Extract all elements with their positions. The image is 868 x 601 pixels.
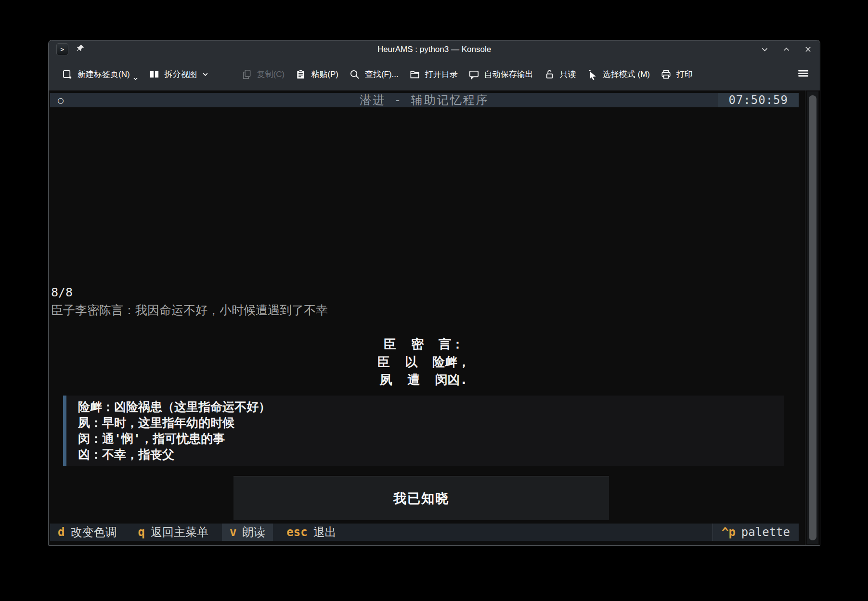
split-view-icon — [149, 69, 160, 80]
scrollbar-track[interactable] — [807, 91, 818, 544]
footer-binding-exit[interactable]: esc 退出 — [279, 524, 344, 541]
hamburger-menu-button[interactable] — [794, 63, 812, 86]
toolbar: 新建标签页(N) 拆分视图 — [49, 58, 820, 90]
titlebar: > HeurAMS : python3 — Konsole — [49, 40, 820, 58]
poem-line: 夙 遭 闵凶. — [49, 371, 799, 389]
auto-save-icon — [468, 69, 479, 80]
binding-key: q — [138, 525, 144, 539]
binding-label: 改变色调 — [70, 524, 117, 540]
annotation-line: 凶：不幸，指丧父 — [78, 447, 784, 462]
footer-binding-change-theme[interactable]: d 改变色调 — [50, 524, 124, 541]
open-directory-button[interactable]: 打开目录 — [404, 64, 463, 84]
acknowledge-button[interactable]: 我已知晓 — [233, 476, 609, 520]
tui-title: 潜进 - 辅助记忆程序 — [50, 92, 799, 108]
footer-binding-palette[interactable]: ^p palette — [713, 524, 799, 541]
scrollbar-thumb[interactable] — [809, 95, 816, 540]
footer-spacer — [350, 524, 713, 541]
new-tab-icon — [62, 69, 73, 80]
window-title: HeurAMS : python3 — Konsole — [49, 45, 820, 54]
tui-clock: 07:50:59 — [718, 93, 799, 107]
auto-save-output-label: 自动保存输出 — [484, 69, 533, 80]
paste-button[interactable]: 粘贴(P) — [290, 64, 344, 84]
footer-binding-read-aloud[interactable]: v 朗读 — [222, 524, 273, 541]
split-view-button[interactable]: 拆分视图 — [143, 64, 214, 84]
binding-label: palette — [741, 525, 790, 539]
card-progress: 8/8 — [51, 283, 328, 301]
hamburger-menu-icon — [797, 67, 809, 81]
find-button[interactable]: 查找(F)... — [344, 64, 404, 84]
annotation-line: 闵：通'悯'，指可忧患的事 — [78, 431, 784, 447]
print-label: 打印 — [676, 69, 693, 80]
printer-icon — [661, 69, 672, 80]
new-tab-label: 新建标签页(N) — [78, 69, 130, 80]
open-directory-label: 打开目录 — [425, 69, 458, 80]
poem-line: 臣 密 言： — [49, 335, 799, 353]
select-mode-button[interactable]: 选择模式 (M) — [582, 64, 655, 84]
paste-label: 粘贴(P) — [311, 69, 338, 80]
binding-label: 退出 — [313, 524, 337, 540]
card-progress-block: 8/8 臣子李密陈言：我因命运不好，小时候遭遇到了不幸 — [51, 283, 328, 319]
binding-label: 返回主菜单 — [151, 524, 208, 540]
annotation-panel: 险衅：凶险祸患（这里指命运不好） 夙：早时，这里指年幼的时候 闵：通'悯'，指可… — [63, 396, 784, 466]
close-button[interactable] — [804, 45, 812, 53]
terminal-view[interactable]: ○ 潜进 - 辅助记忆程序 07:50:59 8/8 臣子李密陈言：我因命运不好… — [49, 90, 820, 545]
footer-binding-main-menu[interactable]: q 返回主菜单 — [130, 524, 216, 541]
binding-key: d — [58, 525, 65, 539]
binding-key: v — [230, 525, 236, 539]
search-icon — [349, 69, 360, 80]
minimize-button[interactable] — [761, 45, 769, 53]
poem-line: 臣 以 险衅， — [49, 353, 799, 371]
select-mode-label: 选择模式 (M) — [603, 69, 650, 80]
print-button[interactable]: 打印 — [655, 64, 698, 84]
read-only-label: 只读 — [560, 69, 576, 80]
konsole-window: > HeurAMS : python3 — Konsole — [48, 40, 820, 546]
annotation-line: 险衅：凶险祸患（这里指命运不好） — [78, 399, 784, 415]
split-view-label: 拆分视图 — [165, 69, 197, 80]
copy-icon — [241, 69, 252, 80]
scrollbar-divider — [805, 90, 805, 545]
tui-footer: d 改变色调 q 返回主菜单 v 朗读 esc 退出 ^p palette — [50, 524, 799, 541]
copy-button[interactable]: 复制(C) — [236, 64, 290, 84]
maximize-button[interactable] — [782, 45, 790, 53]
chevron-down-icon — [133, 76, 138, 81]
annotation-line: 夙：早时，这里指年幼的时候 — [78, 415, 784, 431]
paste-icon — [295, 69, 306, 80]
chevron-down-icon — [202, 71, 208, 77]
lock-open-icon — [544, 69, 555, 80]
binding-key: ^p — [722, 525, 736, 539]
card-translation: 臣子李密陈言：我因命运不好，小时候遭遇到了不幸 — [51, 301, 328, 319]
pin-icon[interactable] — [76, 44, 85, 55]
select-mode-icon — [587, 69, 598, 80]
poem-block: 臣 密 言： 臣 以 险衅， 夙 遭 闵凶. — [49, 335, 799, 389]
binding-key: esc — [286, 525, 307, 539]
auto-save-output-button[interactable]: 自动保存输出 — [463, 64, 539, 84]
konsole-app-icon[interactable]: > — [56, 43, 68, 55]
new-tab-button[interactable]: 新建标签页(N) — [56, 64, 143, 84]
binding-label: 朗读 — [242, 524, 265, 540]
folder-icon — [409, 69, 420, 80]
tui-header: ○ 潜进 - 辅助记忆程序 07:50:59 — [50, 93, 799, 107]
find-label: 查找(F)... — [365, 69, 399, 80]
copy-label: 复制(C) — [257, 69, 285, 80]
read-only-button[interactable]: 只读 — [539, 64, 582, 84]
